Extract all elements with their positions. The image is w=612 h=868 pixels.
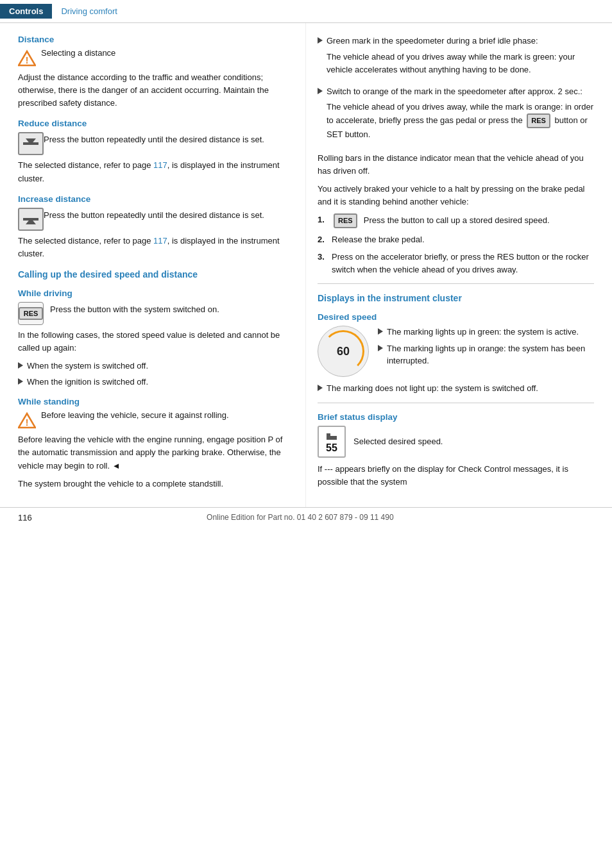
reduce-page-link[interactable]: 117 bbox=[153, 160, 167, 170]
cluster-bullets: The marking lights up in green: the syst… bbox=[378, 326, 594, 371]
res-button-driving[interactable]: RES bbox=[18, 302, 44, 325]
list-item: The marking lights up in orange: the sys… bbox=[378, 342, 594, 367]
list-item: When the ignition is switched off. bbox=[18, 376, 294, 388]
warning-triangle-icon-2: ! bbox=[18, 412, 36, 430]
bullet-triangle-icon bbox=[318, 385, 323, 391]
bullet-triangle-icon bbox=[18, 362, 23, 369]
braked-body: You actively braked your vehicle to a ha… bbox=[318, 183, 594, 208]
increase-body: The selected distance, refer to page 117… bbox=[18, 235, 294, 260]
reduce-body: The selected distance, refer to page 117… bbox=[18, 159, 294, 185]
no-light-bullet: The marking does not light up: the syste… bbox=[327, 382, 538, 395]
status-speed-value: 55 bbox=[326, 442, 337, 454]
page-number: 116 bbox=[18, 513, 32, 522]
desired-speed-heading: Desired speed bbox=[318, 312, 594, 322]
increase-distance-heading: Increase distance bbox=[18, 194, 294, 204]
driving-comfort-tab: Driving comfort bbox=[52, 4, 126, 19]
while-standing-body1: Before leaving the vehicle with the engi… bbox=[18, 433, 294, 472]
distance-body: Adjust the distance according to the tra… bbox=[18, 71, 294, 110]
bullet-triangle-icon bbox=[318, 37, 323, 44]
left-column: Distance ! Selecting a distance Adjust t… bbox=[0, 23, 306, 507]
instrument-cluster-image: 60 bbox=[318, 326, 369, 377]
res-step1-button: RES bbox=[334, 213, 357, 228]
reduce-distance-button[interactable] bbox=[18, 132, 44, 155]
displays-heading: Displays in the instrument cluster bbox=[318, 293, 594, 303]
while-standing-warning-block: ! Before leaving the vehicle, secure it … bbox=[18, 410, 294, 430]
page-content: Distance ! Selecting a distance Adjust t… bbox=[0, 23, 612, 507]
increase-page-link[interactable]: 117 bbox=[153, 236, 167, 246]
status-description: Selected desired speed. bbox=[353, 437, 443, 446]
distance-warning-label: Selecting a distance bbox=[41, 48, 115, 58]
steps-list: 1. RES Press the button to call up a sto… bbox=[318, 213, 594, 276]
right-column: Green mark in the speedometer during a b… bbox=[306, 23, 612, 507]
section-divider-2 bbox=[318, 403, 594, 403]
bullet-triangle-icon bbox=[18, 378, 23, 385]
reduce-button-description: Press the button repeatedly until the de… bbox=[44, 135, 264, 144]
distance-heading: Distance bbox=[18, 35, 294, 44]
bullet-triangle-icon bbox=[318, 88, 323, 94]
green-mark-body: The vehicle ahead of you drives away whi… bbox=[327, 51, 594, 76]
list-item: Green mark in the speedometer during a b… bbox=[318, 35, 594, 81]
list-item: 3. Press on the accelerator briefly, or … bbox=[318, 251, 594, 276]
while-driving-heading: While driving bbox=[18, 288, 294, 298]
increase-button-block: Press the button repeatedly until the de… bbox=[18, 208, 294, 231]
list-item: The marking lights up in green: the syst… bbox=[378, 326, 594, 338]
while-driving-description: Press the button with the system switche… bbox=[50, 305, 219, 314]
orange-mark-bullet: Switch to orange of the mark in the spee… bbox=[327, 87, 582, 96]
orange-mark-body: The vehicle ahead of you drives away, wh… bbox=[327, 101, 594, 141]
step-number: 1. bbox=[318, 213, 332, 226]
status-bar-icon bbox=[327, 436, 337, 440]
standstill-body: The system brought the vehicle to a comp… bbox=[18, 478, 294, 490]
list-item: 1. RES Press the button to call up a sto… bbox=[318, 213, 594, 228]
no-light-list: The marking does not light up: the syste… bbox=[318, 382, 594, 395]
step2-text: Release the brake pedal. bbox=[332, 233, 425, 246]
rolling-bars-body: Rolling bars in the distance indicator m… bbox=[318, 152, 594, 178]
svg-text:!: ! bbox=[26, 55, 29, 65]
footer-text: Online Edition for Part no. 01 40 2 607 … bbox=[207, 513, 394, 522]
while-standing-warning-label: Before leaving the vehicle, secure it ag… bbox=[41, 410, 229, 420]
warning-triangle-icon: ! bbox=[18, 49, 36, 67]
increase-button-description: Press the button repeatedly until the de… bbox=[44, 210, 264, 220]
speedometer-bullets: Green mark in the speedometer during a b… bbox=[318, 35, 594, 147]
calling-speed-heading: Calling up the desired speed and distanc… bbox=[18, 269, 294, 280]
bullet-triangle-icon bbox=[378, 345, 383, 351]
status-display-box: 55 bbox=[318, 426, 346, 458]
green-mark-bullet: Green mark in the speedometer during a b… bbox=[327, 36, 538, 46]
step-number: 3. bbox=[318, 251, 332, 263]
list-item: When the system is switched off. bbox=[18, 360, 294, 372]
cluster-block: 60 The marking lights up in green: the s… bbox=[318, 326, 594, 377]
brief-status-heading: Brief status display bbox=[318, 412, 594, 422]
step1-text: Press the button to call up a stored des… bbox=[364, 215, 550, 225]
while-driving-block: RES Press the button with the system swi… bbox=[18, 302, 294, 325]
step3-text: Press on the accelerator briefly, or pre… bbox=[332, 251, 594, 276]
controls-tab: Controls bbox=[0, 4, 52, 19]
reduce-distance-heading: Reduce distance bbox=[18, 119, 294, 128]
page-header: Controls Driving comfort bbox=[0, 0, 612, 23]
list-item: The marking does not light up: the syste… bbox=[318, 382, 594, 395]
reduce-button-block: Press the button repeatedly until the de… bbox=[18, 132, 294, 155]
list-item: Switch to orange of the mark in the spee… bbox=[318, 85, 594, 147]
section-divider bbox=[318, 283, 594, 284]
distance-warning-block: ! Selecting a distance bbox=[18, 48, 294, 67]
cluster-bullet1: The marking lights up in green: the syst… bbox=[387, 326, 579, 338]
step-number: 2. bbox=[318, 233, 332, 246]
speed-arc bbox=[322, 330, 364, 372]
bullet-triangle-icon bbox=[378, 328, 383, 335]
cluster-bullet2: The marking lights up in orange: the sys… bbox=[387, 342, 594, 367]
following-cases-body: In the following cases, the stored speed… bbox=[18, 329, 294, 355]
increase-distance-button[interactable] bbox=[18, 208, 44, 231]
list-item: 2. Release the brake pedal. bbox=[318, 233, 594, 246]
check-control-body: If --- appears briefly on the display fo… bbox=[318, 463, 594, 488]
deleted-cases-list: When the system is switched off. When th… bbox=[18, 360, 294, 388]
res-inline-label: RES bbox=[527, 113, 550, 128]
status-display-block: 55 Selected desired speed. bbox=[318, 426, 594, 458]
svg-text:!: ! bbox=[26, 417, 29, 428]
while-standing-heading: While standing bbox=[18, 397, 294, 406]
